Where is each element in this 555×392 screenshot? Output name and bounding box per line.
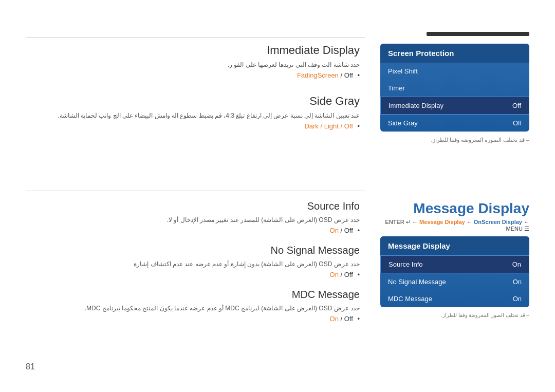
mdc-message-panel-item[interactable]: MDC Message On <box>380 290 529 307</box>
no-signal-off: / Off <box>340 271 353 278</box>
mdc-message-panel-value: On <box>513 295 522 303</box>
screen-protection-panel: Screen Protection Pixel Shift Timer Imme… <box>380 44 529 143</box>
pixel-shift-item[interactable]: Pixel Shift <box>380 63 529 80</box>
source-info-panel-item[interactable]: Source Info On <box>380 255 529 273</box>
screen-protection-box: Screen Protection Pixel Shift Timer Imme… <box>380 44 529 132</box>
mdc-message-panel-label: MDC Message <box>388 295 432 303</box>
message-display-box: Message Display Source Info On No Signal… <box>380 236 529 307</box>
breadcrumb: ENTER ↵ ← Message Display ← OnScreen Dis… <box>380 219 529 232</box>
bullet-5: • <box>357 315 360 323</box>
source-info-off: / Off <box>340 227 353 234</box>
screen-protection-header: Screen Protection <box>380 44 529 63</box>
message-display-title-area: Message Display ENTER ↵ ← Message Displa… <box>380 200 529 232</box>
no-signal-options: • On / Off <box>26 271 360 278</box>
mdc-message-section: MDC Message حدد عرض OSD (العرض على الشاش… <box>26 289 360 323</box>
no-signal-panel-value: On <box>513 278 522 286</box>
no-signal-section: No Signal Message حدد عرض OSD (العرض على… <box>26 245 360 278</box>
menu-icon: ☰ <box>524 226 529 232</box>
mdc-message-on: On <box>330 315 339 323</box>
no-signal-arabic: حدد عرض OSD (العرض على الشاشة) بدون إشار… <box>26 259 360 269</box>
side-gray-options: • Dark / Light / Off <box>26 122 360 130</box>
breadcrumb-message-display: Message Display <box>419 219 465 225</box>
side-gray-item-label: Side Gray <box>388 119 418 127</box>
no-signal-panel-item[interactable]: No Signal Message On <box>380 273 529 290</box>
arrow-2: ← <box>467 219 474 225</box>
immediate-display-section: Immediate Display حدد شاشة الت وقف التي … <box>26 44 360 79</box>
bullet-3: • <box>357 227 360 234</box>
side-gray-dark-option: Dark / Light / Off <box>304 122 353 130</box>
no-signal-title: No Signal Message <box>26 245 360 256</box>
screen-protection-note: – قد تختلف الصورة المعروضة وفقا للطراز. <box>380 137 529 143</box>
bullet-4: • <box>357 271 360 278</box>
enter-icon: ↵ <box>406 219 411 225</box>
no-signal-panel-label: No Signal Message <box>388 278 446 286</box>
bullet-2: • <box>357 122 360 130</box>
mdc-message-title: MDC Message <box>26 289 360 301</box>
side-gray-title: Side Gray <box>26 95 360 108</box>
source-info-section: Source Info حدد عرض OSD (العرض على الشاش… <box>26 200 360 234</box>
immediate-display-item-value: Off <box>512 102 521 109</box>
timer-label: Timer <box>388 84 405 92</box>
message-display-panel: Message Display Source Info On No Signal… <box>380 236 529 318</box>
left-content-area: Immediate Display حدد شاشة الت وقف التي … <box>26 44 360 145</box>
immediate-display-arabic: حدد شاشة الت وقف التي تريدها لعرضها على … <box>26 60 360 69</box>
fading-screen-off: / Off <box>340 71 353 79</box>
source-info-panel-value: On <box>512 260 521 268</box>
immediate-display-item[interactable]: Immediate Display Off <box>380 97 529 115</box>
side-gray-item[interactable]: Side Gray Off <box>380 115 529 132</box>
breadcrumb-menu: MENU <box>506 226 523 232</box>
source-info-panel-label: Source Info <box>388 260 423 268</box>
bullet-1: • <box>357 71 360 79</box>
top-bar-accent <box>427 32 529 36</box>
source-info-arabic: حدد عرض OSD (العرض على الشاشة) للمصدر عن… <box>26 215 360 225</box>
side-gray-arabic: عند تعيين الشاشة إلى نسبة عرض إلى ارتفاع… <box>26 111 360 120</box>
arrow-3: ← <box>524 219 529 225</box>
immediate-display-item-label: Immediate Display <box>388 102 443 109</box>
source-info-title: Source Info <box>26 200 360 212</box>
bottom-left-area: Source Info حدد عرض OSD (العرض على الشاش… <box>26 200 360 333</box>
side-gray-section: Side Gray عند تعيين الشاشة إلى نسبة عرض … <box>26 95 360 130</box>
breadcrumb-onscreen-display: OnScreen Display <box>474 219 522 225</box>
page-number: 81 <box>26 362 35 371</box>
source-info-on: On <box>330 227 339 234</box>
no-signal-on: On <box>330 271 339 278</box>
arrow-1: ← <box>412 219 419 225</box>
immediate-display-title: Immediate Display <box>26 44 360 57</box>
timer-item[interactable]: Timer <box>380 80 529 97</box>
immediate-display-options: • FadingScreen / Off <box>26 71 360 79</box>
source-info-options: • On / Off <box>26 227 360 234</box>
pixel-shift-label: Pixel Shift <box>388 67 418 75</box>
enter-label: ENTER <box>385 219 406 225</box>
fading-screen-option: FadingScreen <box>297 71 339 79</box>
mdc-message-options: • On / Off <box>26 315 360 323</box>
message-display-panel-header: Message Display <box>380 236 529 255</box>
side-gray-item-value: Off <box>513 119 522 127</box>
message-display-note: – قد تختلف الصور المعروضة وفقا للطراز. <box>380 312 529 318</box>
mdc-message-arabic: حدد عرض OSD (العرض على الشاشة) لبرنامج M… <box>26 304 360 313</box>
message-display-heading: Message Display <box>380 200 529 217</box>
middle-divider <box>26 190 365 191</box>
top-divider-line <box>26 37 365 38</box>
mdc-message-off: / Off <box>340 315 353 323</box>
